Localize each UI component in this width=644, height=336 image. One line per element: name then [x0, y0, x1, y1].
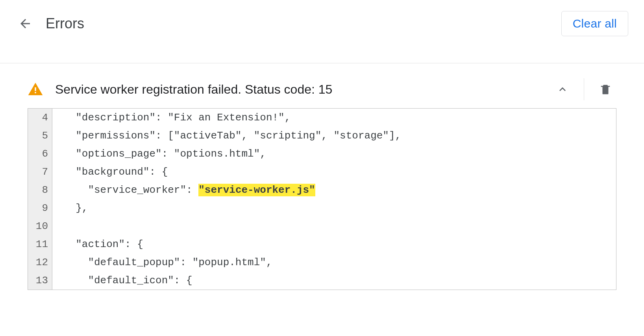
line-number: 13 [28, 271, 52, 290]
line-number: 9 [28, 199, 52, 217]
line-number: 11 [28, 235, 52, 253]
line-number: 6 [28, 145, 52, 163]
warning-icon [28, 81, 43, 97]
code-line: 10 [28, 217, 616, 235]
code-snippet: 4 "description": "Fix an Extension!",5 "… [28, 108, 616, 290]
line-content: "background": { [52, 163, 168, 181]
code-line: 12 "default_popup": "popup.html", [28, 253, 616, 271]
vertical-separator [584, 78, 584, 100]
clear-all-button[interactable]: Clear all [561, 11, 628, 36]
line-number: 4 [28, 109, 52, 127]
line-content: "default_popup": "popup.html", [52, 253, 272, 271]
line-number: 7 [28, 163, 52, 181]
line-content: "default_icon": { [52, 271, 192, 290]
line-content [52, 217, 63, 235]
page-title: Errors [46, 15, 561, 32]
line-number: 10 [28, 217, 52, 235]
code-line: 8 "service_worker": "service-worker.js" [28, 181, 616, 199]
line-content: "description": "Fix an Extension!", [52, 109, 291, 127]
code-line: 11 "action": { [28, 235, 616, 253]
page-header: Errors Clear all [0, 0, 644, 44]
error-header: Service worker registration failed. Stat… [28, 74, 616, 108]
chevron-up-icon [556, 83, 569, 96]
line-number: 12 [28, 253, 52, 271]
trash-icon [600, 83, 611, 96]
arrow-left-icon [18, 17, 32, 31]
back-button[interactable] [16, 14, 35, 33]
code-line: 4 "description": "Fix an Extension!", [28, 109, 616, 127]
line-content: "options_page": "options.html", [52, 145, 266, 163]
code-line: 7 "background": { [28, 163, 616, 181]
collapse-button[interactable] [551, 78, 574, 100]
line-content: "service_worker": "service-worker.js" [52, 181, 315, 199]
divider [0, 63, 644, 63]
code-line: 5 "permissions": ["activeTab", "scriptin… [28, 127, 616, 145]
code-line: 9 }, [28, 199, 616, 217]
line-content: "permissions": ["activeTab", "scripting"… [52, 127, 401, 145]
error-card: Service worker registration failed. Stat… [0, 74, 644, 290]
error-message: Service worker registration failed. Stat… [55, 82, 551, 97]
line-number: 8 [28, 181, 52, 199]
delete-error-button[interactable] [594, 78, 616, 100]
line-content: "action": { [52, 235, 143, 253]
error-actions [551, 78, 616, 100]
code-line: 13 "default_icon": { [28, 271, 616, 290]
code-line: 6 "options_page": "options.html", [28, 145, 616, 163]
line-content: }, [52, 199, 88, 217]
line-number: 5 [28, 127, 52, 145]
highlighted-text: "service-worker.js" [198, 184, 315, 196]
